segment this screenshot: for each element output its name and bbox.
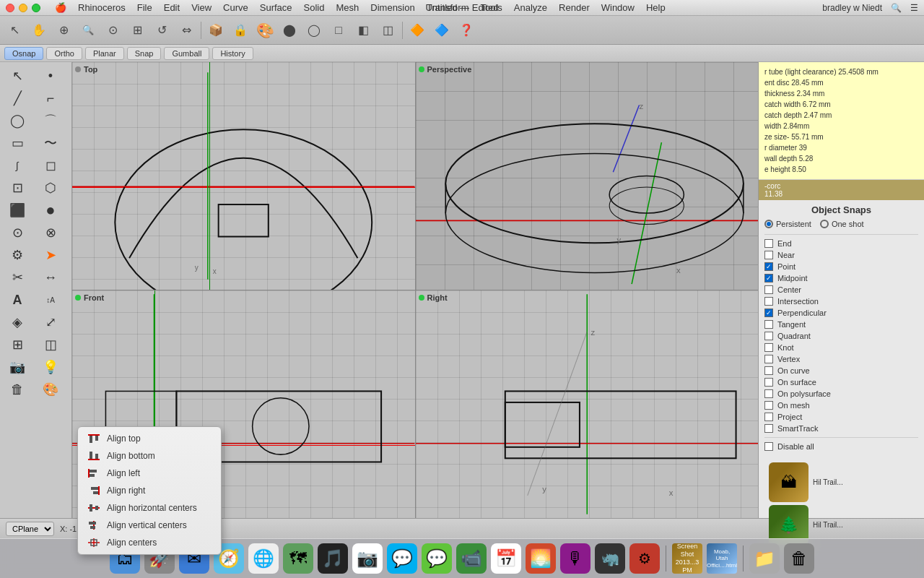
snap-btn[interactable]: Snap — [127, 47, 162, 60]
snap-point[interactable]: Point — [764, 261, 918, 272]
ctx-align-bottom[interactable]: Align bottom — [78, 447, 221, 465]
ortho-btn[interactable]: Ortho — [46, 47, 82, 60]
menu-dimension[interactable]: Dimension — [365, 0, 420, 16]
apple-menu[interactable]: 🍎 — [49, 0, 72, 16]
disable-all-item[interactable]: Disable all — [764, 441, 918, 452]
line-icon[interactable]: ╱ — [1, 87, 33, 109]
dock-screenshot1[interactable]: ScreenShot2013...3 PM — [672, 543, 702, 574]
menu-solid[interactable]: Solid — [298, 0, 331, 16]
dock-music[interactable]: 🎵 — [318, 543, 348, 574]
sphere-tool[interactable]: ⬤ — [278, 19, 301, 42]
menu-rhinoceros[interactable]: Rhinoceros — [72, 0, 131, 16]
ctx-align-right[interactable]: Align right — [78, 482, 221, 499]
circle-tool[interactable]: ◯ — [302, 19, 326, 42]
point-icon[interactable]: • — [35, 65, 66, 87]
snap-project[interactable]: Project — [764, 411, 918, 423]
paint-icon[interactable]: 🎨 — [35, 379, 66, 400]
dock-podcasts[interactable]: 🎙 — [560, 543, 590, 574]
box-tool[interactable]: 📦 — [204, 19, 227, 42]
ctx-align-top[interactable]: Align top — [78, 430, 221, 447]
snap-vertex-checkbox[interactable] — [764, 355, 773, 363]
history-btn[interactable]: History — [212, 47, 253, 60]
ctx-align-hcenter[interactable]: Align horizontal centers — [78, 499, 221, 517]
rotate-tool[interactable]: ↺ — [150, 19, 173, 42]
ctx-align-vcenter[interactable]: Align vertical centers — [78, 517, 221, 534]
snap-midpoint[interactable]: Midpoint — [764, 272, 918, 284]
snap-onsurface[interactable]: On surface — [764, 376, 918, 388]
snap-near[interactable]: Near — [764, 249, 918, 261]
snap-icon[interactable]: ◈ — [1, 311, 33, 333]
help-btn[interactable]: ❓ — [455, 19, 478, 42]
menu-file[interactable]: File — [131, 0, 158, 16]
dock-moab[interactable]: Moab,UtahOffici....html — [707, 543, 737, 574]
snap-knot[interactable]: Knot — [764, 342, 918, 353]
minimize-button[interactable] — [19, 4, 27, 12]
snap-end-checkbox[interactable] — [764, 239, 773, 248]
dock-photos2[interactable]: 🌅 — [526, 543, 556, 574]
snap-point-checkbox[interactable] — [764, 262, 773, 271]
dock-maps[interactable]: 🗺 — [283, 543, 313, 574]
persistent-radio[interactable]: Persistent — [764, 220, 811, 228]
snap-quadrant[interactable]: Quadrant — [764, 330, 918, 342]
menu-mesh[interactable]: Mesh — [331, 0, 365, 16]
snap-onmesh-checkbox[interactable] — [764, 401, 773, 410]
lock-tool[interactable]: 🔒 — [229, 19, 252, 42]
snap-onpolysurface[interactable]: On polysurface — [764, 388, 918, 400]
select-tool[interactable]: ↖ — [3, 19, 26, 42]
maximize-button[interactable] — [32, 4, 40, 12]
dock-chrome[interactable]: 🌐 — [248, 543, 279, 574]
grid-icon[interactable]: ⊞ — [1, 334, 33, 355]
snap-oncurve-checkbox[interactable] — [764, 366, 773, 375]
zoom-extents[interactable]: ⊞ — [126, 19, 149, 42]
hil-trail-thumb1[interactable]: 🏔 — [769, 462, 808, 502]
snap-knot-checkbox[interactable] — [764, 343, 773, 352]
select-icon[interactable]: ↖ — [1, 65, 33, 87]
display-mode1[interactable]: □ — [327, 19, 350, 42]
dock-trash[interactable]: 🗑 — [784, 543, 814, 574]
render2-btn[interactable]: 🔷 — [430, 19, 453, 42]
3d-solid-icon[interactable]: ⬛ — [1, 199, 33, 221]
dock-files[interactable]: 📁 — [749, 543, 780, 574]
mirror-tool[interactable]: ⇔ — [175, 19, 198, 42]
display-mode3[interactable]: ◫ — [376, 19, 399, 42]
menu-help[interactable]: Help — [640, 0, 671, 16]
snap-vertex[interactable]: Vertex — [764, 353, 918, 365]
menu-edit[interactable]: Edit — [158, 0, 186, 16]
disable-all-checkbox[interactable] — [764, 442, 773, 451]
extend-icon[interactable]: ↔ — [35, 267, 66, 288]
zoom-window[interactable]: ⊙ — [101, 19, 124, 42]
polyline-icon[interactable]: ⌐ — [35, 87, 66, 109]
menu-curve[interactable]: Curve — [217, 0, 254, 16]
loft-icon[interactable]: ⬡ — [35, 177, 66, 199]
snap-quadrant-checkbox[interactable] — [764, 332, 773, 340]
window-controls[interactable] — [6, 4, 40, 12]
surface-icon[interactable]: ◻ — [35, 155, 66, 176]
snap-midpoint-checkbox[interactable] — [764, 274, 773, 282]
menu-surface[interactable]: Surface — [254, 0, 298, 16]
osnap-btn[interactable]: Osnap — [4, 47, 43, 60]
menu-window[interactable]: Window — [596, 0, 640, 16]
viewport-right[interactable]: Right x y z — [416, 290, 759, 518]
light-icon[interactable]: 💡 — [35, 356, 66, 378]
dock-skype[interactable]: 💬 — [387, 543, 417, 574]
dock-rhinoceros[interactable]: 🦏 — [595, 543, 625, 574]
snap-perpendicular-checkbox[interactable] — [764, 309, 773, 317]
donut-icon[interactable]: ⊙ — [1, 222, 33, 243]
eraser-icon[interactable]: 🗑 — [1, 379, 33, 400]
material-tool[interactable]: 🎨 — [253, 19, 276, 42]
gear-icon[interactable]: ⚙ — [1, 244, 33, 266]
trim-icon[interactable]: ✂ — [1, 267, 33, 288]
crosshair-tool[interactable]: ⊕ — [52, 19, 75, 42]
snap-intersection[interactable]: Intersection — [764, 296, 918, 307]
viewport-top[interactable]: Top x y — [72, 62, 415, 290]
snap-onpolysurface-checkbox[interactable] — [764, 389, 773, 398]
viewport-perspective[interactable]: Perspective x — [416, 62, 759, 290]
snap-project-checkbox[interactable] — [764, 413, 773, 421]
render-btn[interactable]: 🔶 — [406, 19, 429, 42]
snap-perpendicular[interactable]: Perpendicular — [764, 307, 918, 319]
snap-center-checkbox[interactable] — [764, 285, 773, 294]
planar-btn[interactable]: Planar — [85, 47, 124, 60]
text-icon[interactable]: A — [1, 289, 33, 311]
menu-analyze[interactable]: Analyze — [508, 0, 553, 16]
snap-end[interactable]: End — [764, 238, 918, 249]
